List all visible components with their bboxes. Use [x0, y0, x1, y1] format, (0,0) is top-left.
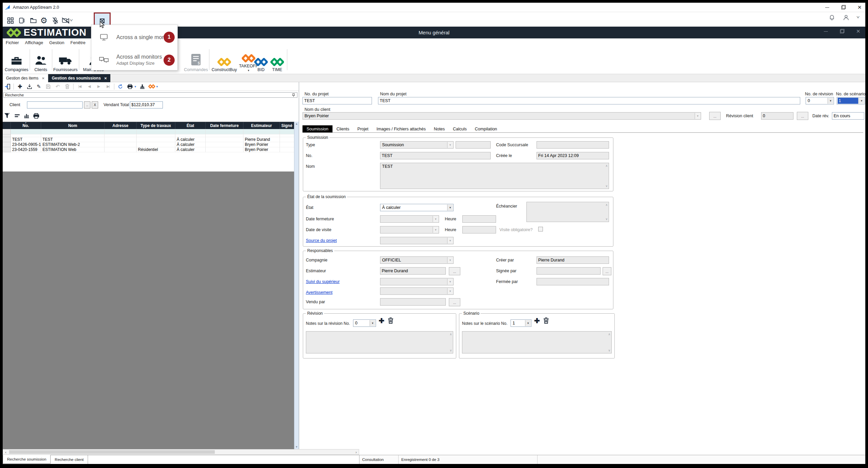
combo-arrow-icon[interactable]: ▾ [525, 320, 531, 326]
stamp-button[interactable] [139, 83, 146, 90]
estimation-tools-button[interactable] [148, 83, 155, 90]
filter-button[interactable] [4, 113, 11, 120]
scroll-up-icon[interactable]: ▲ [295, 122, 298, 125]
pin-icon[interactable] [291, 93, 296, 97]
scrollbar-thumb[interactable] [9, 450, 215, 454]
tab-recherche-client[interactable]: Recherche client [51, 455, 88, 464]
add-revision-note-button[interactable]: ✚ [379, 317, 384, 324]
notes-scenario-combo[interactable]: 1▾ [511, 319, 531, 327]
signee-lookup-button[interactable]: ... [603, 267, 611, 275]
delete-scenario-note-button[interactable] [543, 317, 549, 325]
menu-fichier[interactable]: Fichier [3, 39, 22, 46]
col-etat[interactable]: État [175, 122, 206, 129]
chart-button[interactable] [24, 113, 30, 120]
vendu-lookup-button[interactable]: ... [449, 298, 460, 306]
apps-grid-button[interactable] [5, 14, 16, 27]
combo-arrow-icon[interactable]: ▾ [370, 320, 375, 326]
tab-close-icon[interactable]: ✕ [104, 76, 107, 80]
menu-item-all-monitors[interactable]: Across all monitors Adapt Display Size 2 [91, 51, 177, 69]
table-row[interactable]: 23-0426-0905-1 ESTIMATION Web-2 À calcul… [3, 142, 294, 147]
col-type[interactable]: Type de travaux [137, 122, 175, 129]
tab-soumission[interactable]: Soumission [302, 125, 332, 132]
no-scenario-combo[interactable]: 1▾ [837, 97, 865, 104]
edit-button[interactable]: ✎ [35, 83, 42, 90]
estimateur-lookup-button[interactable]: ... [449, 267, 460, 275]
client-clear-button[interactable]: X [92, 101, 98, 108]
bid-button[interactable]: BID [254, 49, 268, 72]
close-icon[interactable]: ✕ [857, 5, 862, 10]
add-scenario-note-button[interactable]: ✚ [534, 317, 540, 324]
menu-affichage[interactable]: Affichage [22, 39, 46, 46]
tools-menu-arrow-icon[interactable]: ▾ [156, 85, 158, 88]
scroll-down-icon[interactable]: ▼ [295, 445, 298, 448]
menu-gestion[interactable]: Gestion [46, 39, 67, 46]
print-menu-arrow-icon[interactable]: ▾ [135, 85, 136, 88]
app-minimize-icon[interactable] [823, 29, 828, 34]
filter-row[interactable] [3, 129, 294, 134]
refresh-button[interactable] [117, 83, 124, 90]
app-restore-icon[interactable] [840, 29, 844, 34]
print-button[interactable] [126, 83, 133, 90]
settings-button[interactable]: ⚙ [38, 14, 50, 27]
table-row[interactable]: TEST TEST À calculer Pierre Durand [3, 137, 294, 142]
nom-projet-field[interactable]: TEST [378, 97, 800, 104]
tab-notes[interactable]: Notes [430, 125, 449, 132]
app-close-icon[interactable]: ✕ [856, 29, 861, 34]
tab-clients[interactable]: Clients [332, 125, 353, 132]
delete-revision-note-button[interactable] [387, 317, 394, 325]
tab-projet[interactable]: Projet [353, 125, 373, 132]
col-estimateur[interactable]: Estimateur [243, 122, 280, 129]
col-fermeture[interactable]: Date fermeture [206, 122, 243, 129]
source-projet-link[interactable]: Source du projet [306, 238, 337, 243]
scroll-right-icon[interactable]: › [353, 449, 359, 455]
time-button[interactable]: TIME [269, 49, 285, 72]
microphone-button[interactable] [50, 14, 61, 27]
group-button[interactable] [14, 113, 20, 120]
profile-icon[interactable] [843, 14, 849, 21]
tab-close-icon[interactable]: ✕ [42, 76, 45, 80]
no-projet-field[interactable]: TEST [302, 97, 372, 104]
grid-print-button[interactable] [33, 113, 39, 120]
exit-button[interactable] [4, 83, 11, 90]
col-no[interactable]: ▼No. [11, 122, 41, 129]
col-signe[interactable]: Signé [280, 122, 294, 129]
notes-revision-combo[interactable]: 0▾ [353, 319, 376, 327]
horizontal-scrollbar[interactable]: ‹ › [3, 449, 359, 455]
avertissement-link[interactable]: Avertissement [306, 290, 332, 295]
bell-icon[interactable] [829, 14, 835, 21]
client-lookup-button[interactable]: .. [84, 101, 90, 108]
table-row[interactable]: 23-0420-1559 ESTIMATION Web Résidentiel … [3, 147, 294, 152]
col-nom[interactable]: Nom [41, 122, 105, 129]
combo-arrow-icon[interactable]: ▾ [447, 205, 453, 211]
tab-recherche-soumission[interactable]: Recherche soumission [3, 455, 51, 464]
add-button[interactable]: ✚ [17, 83, 23, 90]
client-lookup-button[interactable]: ... [709, 112, 721, 120]
menu-item-single-monitor[interactable]: Across a single monitor 1 [91, 28, 177, 46]
fournisseurs-button[interactable]: Fournisseurs [53, 49, 78, 72]
tab-images[interactable]: Images / Fichiers attachés [373, 125, 430, 132]
revision-lookup-button[interactable]: ... [797, 112, 808, 120]
etat-combo[interactable]: À calculer▾ [380, 204, 454, 211]
import-button[interactable] [26, 83, 33, 90]
combo-arrow-icon[interactable]: ▾ [828, 98, 833, 104]
col-adresse[interactable]: Adresse [105, 122, 137, 129]
combo-arrow-icon[interactable]: ▾ [859, 98, 864, 104]
tab-compilation[interactable]: Compilation [471, 125, 501, 132]
suivi-superieur-link[interactable]: Suivi du supérieur [306, 279, 340, 284]
camera-button[interactable]: ˅ [60, 14, 74, 27]
table-vertical-scrollbar[interactable]: ▲ ▼ [294, 122, 299, 449]
tab-gestion-items[interactable]: Gestion des items ✕ [3, 74, 48, 82]
no-revision-combo[interactable]: 0▾ [806, 97, 834, 104]
windows-button[interactable] [16, 14, 28, 27]
tab-calculs[interactable]: Calculs [449, 125, 471, 132]
minimize-icon[interactable] [825, 5, 830, 10]
scroll-left-icon[interactable]: ‹ [3, 449, 8, 455]
compagnies-button[interactable]: Compagnies [5, 49, 28, 72]
restore-icon[interactable] [841, 5, 846, 10]
profile-chevron-icon[interactable]: ˅ [857, 15, 860, 20]
clients-button[interactable]: Clients [31, 49, 51, 72]
constructbuy-button[interactable]: ConstructBuy [210, 49, 238, 72]
client-input[interactable] [27, 101, 83, 108]
files-button[interactable] [28, 14, 39, 27]
tab-gestion-soumissions[interactable]: Gestion des soumissions ✕ [48, 74, 111, 82]
